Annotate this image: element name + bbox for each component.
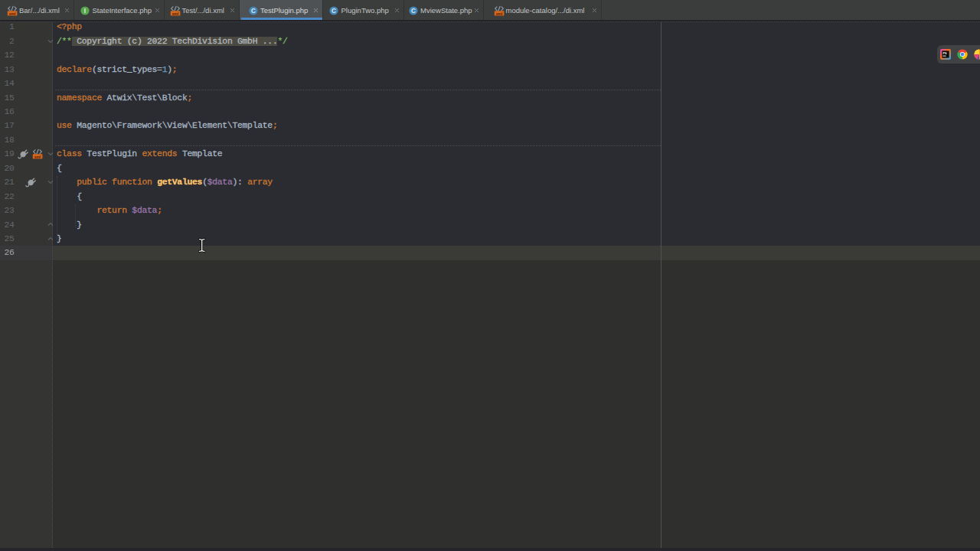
svg-text:xml: xml xyxy=(9,11,16,16)
svg-text:I: I xyxy=(83,8,85,15)
svg-text:xml: xml xyxy=(34,155,41,159)
svg-text:PS: PS xyxy=(942,52,947,55)
svg-text:C: C xyxy=(332,8,336,15)
svg-text:xml: xml xyxy=(495,11,502,16)
svg-text:C: C xyxy=(251,8,256,15)
svg-text:xml: xml xyxy=(172,11,179,16)
svg-text:C: C xyxy=(411,8,416,15)
